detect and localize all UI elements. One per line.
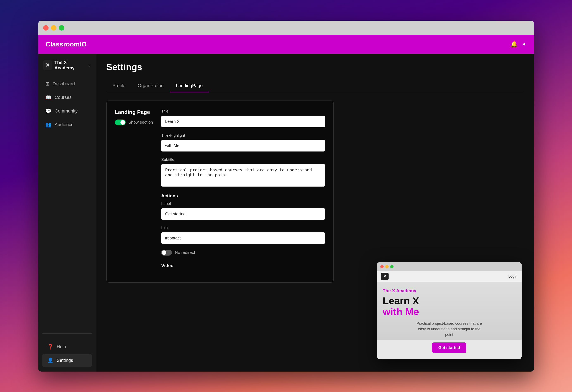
label-field-group: Label [161, 201, 325, 220]
actions-section: Actions Label Link [161, 193, 325, 256]
sidebar-item-courses[interactable]: 📖 Courses [40, 91, 94, 104]
preview-login-label[interactable]: Login [508, 274, 517, 279]
sidebar-nav: ⊞ Dashboard 📖 Courses 💬 Community 👥 Audi… [38, 75, 96, 331]
link-input[interactable] [161, 232, 325, 244]
preview-titlebar [377, 262, 522, 271]
label-input[interactable] [161, 208, 325, 220]
preview-content: The X Academy Learn X with Me Practical … [377, 282, 522, 359]
no-redirect-row: No redirect [161, 250, 325, 256]
brand-name: The X Academy [54, 60, 84, 71]
preview-cta-button[interactable]: Get started [432, 343, 466, 353]
settings-avatar-icon: 👤 [47, 358, 53, 363]
no-redirect-toggle[interactable] [161, 250, 172, 256]
label-label: Label [161, 201, 325, 206]
subtitle-field-group: Subtitle Practical project-based courses… [161, 157, 325, 187]
subtitle-textarea[interactable]: Practical project-based courses that are… [161, 164, 325, 187]
sidebar-item-community[interactable]: 💬 Community [40, 105, 94, 118]
title-label: Title [161, 109, 325, 114]
landing-page-form-card: Landing Page Show section Title [106, 101, 334, 283]
title-field-group: Title [161, 109, 325, 127]
sidebar-item-settings[interactable]: 👤 Settings [42, 354, 92, 367]
tab-landingpage[interactable]: LandingPage [170, 80, 209, 92]
help-icon: ❓ [47, 344, 53, 350]
preview-learn-line: Learn X [383, 296, 419, 306]
sidebar-item-label-help: Help [57, 344, 66, 349]
browser-body: ClassroomIO 🔔 ✦ ✕ The X Academy ⌄ ⊞ Dash… [38, 35, 534, 372]
preview-header: ✕ Login [377, 271, 522, 282]
app-header: ClassroomIO 🔔 ✦ [38, 35, 534, 54]
sidebar-item-label-dashboard: Dashboard [53, 81, 75, 87]
app-body: ✕ The X Academy ⌄ ⊞ Dashboard 📖 Courses … [38, 54, 534, 372]
sidebar-item-label-courses: Courses [55, 95, 72, 100]
browser-titlebar [38, 21, 534, 35]
title-highlight-input[interactable] [161, 140, 325, 151]
sidebar-item-label-community: Community [55, 108, 78, 114]
bell-icon[interactable]: 🔔 [510, 41, 518, 48]
brand-icon: ✕ [43, 60, 52, 70]
sidebar-item-audience[interactable]: 👥 Audience [40, 118, 94, 131]
form-section-title: Landing Page [115, 109, 153, 115]
sidebar-item-dashboard[interactable]: ⊞ Dashboard [40, 77, 94, 90]
sidebar-brand: ✕ The X Academy ⌄ [38, 54, 96, 75]
sidebar-item-label-settings: Settings [57, 358, 73, 363]
title-highlight-field-group: Title-Highlight [161, 133, 325, 151]
settings-tabs: Profile Organization LandingPage [106, 80, 524, 92]
show-section-label: Show section [128, 120, 153, 125]
tab-organization[interactable]: Organization [132, 80, 170, 92]
preview-logo-icon: ✕ [381, 273, 389, 280]
subtitle-label: Subtitle [161, 157, 325, 162]
header-icons: 🔔 ✦ [510, 41, 526, 48]
preview-highlight-line: with Me [383, 306, 419, 317]
preview-tl-yellow [385, 265, 389, 268]
title-highlight-label: Title-Highlight [161, 133, 325, 138]
community-icon: 💬 [45, 108, 51, 114]
sidebar-item-help[interactable]: ❓ Help [42, 340, 92, 353]
sidebar-bottom: ❓ Help 👤 Settings [38, 336, 96, 372]
page-title: Settings [106, 62, 524, 72]
show-section-row: Show section [115, 120, 153, 125]
traffic-light-red[interactable] [43, 25, 48, 30]
browser-window: ClassroomIO 🔔 ✦ ✕ The X Academy ⌄ ⊞ Dash… [38, 21, 534, 372]
actions-label: Actions [161, 193, 325, 198]
video-label: Video [161, 263, 325, 268]
courses-icon: 📖 [45, 94, 51, 100]
tab-profile[interactable]: Profile [106, 80, 132, 92]
dashboard-icon: ⊞ [45, 81, 49, 87]
sidebar-item-label-audience: Audience [55, 122, 74, 127]
video-section: Video [161, 263, 325, 268]
no-redirect-label: No redirect [175, 250, 195, 255]
link-field-group: Link [161, 226, 325, 244]
settings-icon[interactable]: ✦ [522, 41, 526, 48]
preview-tl-red [380, 265, 384, 268]
audience-icon: 👥 [45, 122, 51, 128]
traffic-light-yellow[interactable] [51, 25, 56, 30]
sidebar: ✕ The X Academy ⌄ ⊞ Dashboard 📖 Courses … [38, 54, 96, 372]
show-section-toggle[interactable] [115, 120, 126, 125]
main-content: Settings Profile Organization LandingPag… [96, 54, 534, 372]
link-label: Link [161, 226, 325, 230]
brand-chevron-icon[interactable]: ⌄ [88, 63, 91, 67]
traffic-light-green[interactable] [59, 25, 64, 30]
preview-window: ✕ Login The X Academy Learn X with Me Pr… [377, 262, 522, 359]
app-logo: ClassroomIO [46, 41, 87, 48]
preview-tl-green [390, 265, 394, 268]
preview-subtitle: Practical project-based courses that are… [416, 321, 482, 337]
preview-content-inner: The X Academy Learn X with Me Practical … [383, 288, 516, 353]
preview-academy-name: The X Academy [383, 288, 416, 294]
title-input[interactable] [161, 116, 325, 127]
